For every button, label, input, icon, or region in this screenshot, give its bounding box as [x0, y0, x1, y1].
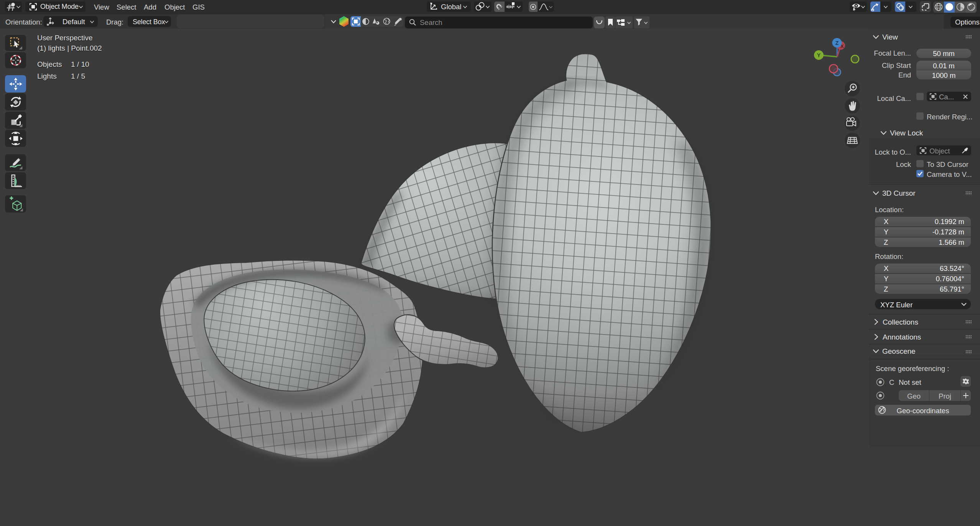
svg-text:Z: Z	[835, 40, 839, 46]
svg-text:Y: Y	[817, 52, 821, 58]
